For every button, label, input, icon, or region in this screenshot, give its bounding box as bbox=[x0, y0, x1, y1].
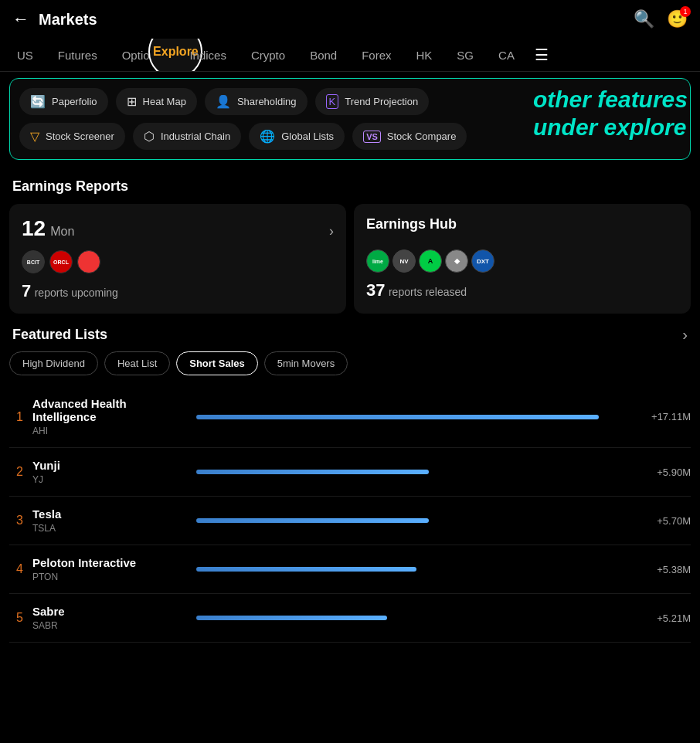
stock-name: Advanced Health Intelligence bbox=[32, 397, 187, 423]
stock-ticker: PTON bbox=[32, 572, 187, 582]
featured-section: Featured Lists › High Dividend Heat List… bbox=[0, 314, 700, 643]
earnings-date-num: 12 bbox=[22, 216, 46, 241]
stock-name: Sabre bbox=[32, 605, 187, 618]
stock-rank: 3 bbox=[9, 514, 23, 528]
tab-us[interactable]: US bbox=[6, 41, 44, 70]
explore-item-label-screener: Stock Screener bbox=[46, 131, 114, 142]
stock-info: Advanced Health Intelligence AHI bbox=[32, 397, 187, 436]
avatar-2: ORCL bbox=[49, 250, 73, 273]
tab-crypto[interactable]: Crypto bbox=[240, 41, 296, 70]
stock-rank: 4 bbox=[9, 562, 23, 576]
tab-ca[interactable]: CA bbox=[488, 41, 525, 70]
explore-panel: 🔄 Paperfolio ⊞ Heat Map 👤 Shareholding K… bbox=[9, 78, 691, 160]
stock-item-2[interactable]: 2 Yunji YJ +5.90M bbox=[9, 448, 691, 497]
explore-item-label-trend: Trend Projection bbox=[345, 96, 418, 107]
stock-value: +5.90M bbox=[637, 466, 691, 478]
stock-item-1[interactable]: 1 Advanced Health Intelligence AHI +17.1… bbox=[9, 386, 691, 448]
earnings-cards: 12 Mon › BCIT ORCL 7 reports upcoming Ea… bbox=[0, 204, 700, 314]
stock-name: Tesla bbox=[32, 507, 187, 521]
hub-avatar-1: lime bbox=[366, 249, 389, 273]
hamburger-icon[interactable]: ☰ bbox=[535, 46, 549, 64]
earnings-date: 12 Mon › bbox=[22, 216, 334, 241]
notification-icon[interactable]: 🙂 1 bbox=[667, 9, 688, 29]
explore-item-trend[interactable]: K Trend Projection bbox=[315, 88, 430, 115]
header: ← Markets 🔍 🙂 1 bbox=[0, 0, 700, 39]
earnings-card-arrow[interactable]: › bbox=[329, 223, 334, 239]
earnings-title: Earnings Reports bbox=[0, 166, 700, 204]
explore-item-shareholding[interactable]: 👤 Shareholding bbox=[205, 88, 308, 115]
stock-value: +5.38M bbox=[637, 564, 691, 575]
hub-avatar-5: DXT bbox=[471, 249, 494, 273]
shareholding-icon: 👤 bbox=[216, 94, 231, 109]
stock-bar-container bbox=[196, 567, 620, 572]
explore-item-paperfolio[interactable]: 🔄 Paperfolio bbox=[19, 88, 108, 115]
hub-count-row: 37 reports released bbox=[366, 280, 678, 300]
stock-bar bbox=[196, 470, 429, 474]
stock-ticker: YJ bbox=[32, 474, 187, 485]
explore-item-label-shareholding: Shareholding bbox=[237, 96, 297, 107]
earnings-card-hub[interactable]: Earnings Hub other features under explor… bbox=[354, 204, 691, 314]
page-title: Markets bbox=[39, 11, 97, 29]
compare-icon: VS bbox=[363, 131, 381, 143]
explore-item-heatmap[interactable]: ⊞ Heat Map bbox=[116, 88, 197, 115]
explore-item-label-paperfolio: Paperfolio bbox=[52, 96, 97, 107]
avatar-3 bbox=[77, 250, 100, 273]
upcoming-label: reports upcoming bbox=[35, 287, 118, 299]
filter-tabs: High Dividend Heat List Short Sales 5min… bbox=[0, 351, 700, 386]
header-left: ← Markets bbox=[12, 9, 97, 29]
stock-bar-container bbox=[196, 470, 620, 474]
filter-5min-movers[interactable]: 5min Movers bbox=[264, 351, 348, 375]
header-right: 🔍 🙂 1 bbox=[634, 9, 688, 29]
tab-indices[interactable]: Indices bbox=[178, 41, 237, 70]
stock-info: Peloton Interactive PTON bbox=[32, 556, 187, 582]
stock-value: +5.70M bbox=[637, 515, 691, 527]
trend-icon: K bbox=[326, 94, 339, 109]
hub-avatars: lime NV A ◆ DXT bbox=[366, 249, 678, 273]
hub-title: Earnings Hub bbox=[366, 216, 457, 232]
explore-item-global[interactable]: 🌐 Global Lists bbox=[249, 123, 345, 150]
stock-rank: 1 bbox=[9, 410, 23, 424]
hub-avatar-3: A bbox=[419, 249, 442, 273]
earnings-section: Earnings Reports 12 Mon › BCIT ORCL 7 re… bbox=[0, 166, 700, 314]
stock-bar bbox=[196, 567, 416, 572]
tab-forex[interactable]: Forex bbox=[351, 41, 402, 70]
stock-rank: 5 bbox=[9, 611, 23, 625]
featured-header: Featured Lists › bbox=[0, 314, 700, 351]
explore-item-chain[interactable]: ⬡ Industrial Chain bbox=[133, 123, 241, 150]
stock-bar-container bbox=[196, 415, 620, 419]
stock-name: Peloton Interactive bbox=[32, 556, 187, 569]
explore-item-compare[interactable]: VS Stock Compare bbox=[352, 123, 467, 150]
hub-avatar-2: NV bbox=[392, 249, 416, 273]
stock-bar bbox=[196, 518, 429, 523]
back-button[interactable]: ← bbox=[12, 9, 29, 29]
stock-value: +17.11M bbox=[637, 411, 691, 422]
stock-item-4[interactable]: 4 Peloton Interactive PTON +5.38M bbox=[9, 545, 691, 594]
earnings-card-upcoming[interactable]: 12 Mon › BCIT ORCL 7 reports upcoming bbox=[9, 204, 346, 314]
explore-row-1: 🔄 Paperfolio ⊞ Heat Map 👤 Shareholding K… bbox=[19, 88, 467, 115]
explore-panel-rows: 🔄 Paperfolio ⊞ Heat Map 👤 Shareholding K… bbox=[19, 88, 467, 150]
filter-heat-list[interactable]: Heat List bbox=[104, 351, 170, 375]
earnings-count: 7 reports upcoming bbox=[22, 281, 334, 301]
explore-item-screener[interactable]: ▽ Stock Screener bbox=[19, 123, 125, 150]
explore-row-2: ▽ Stock Screener ⬡ Industrial Chain 🌐 Gl… bbox=[19, 123, 467, 150]
filter-short-sales[interactable]: Short Sales bbox=[176, 351, 258, 375]
stock-item-5[interactable]: 5 Sabre SABR +5.21M bbox=[9, 594, 691, 643]
explore-item-label-global: Global Lists bbox=[281, 131, 334, 142]
stock-item-3[interactable]: 3 Tesla TSLA +5.70M bbox=[9, 497, 691, 545]
global-icon: 🌐 bbox=[260, 129, 275, 144]
tab-bond[interactable]: Bond bbox=[299, 41, 348, 70]
explore-item-label-chain: Industrial Chain bbox=[161, 131, 230, 142]
nav-tabs: US Futures Options Explore Indices Crypt… bbox=[0, 39, 700, 72]
tab-hk[interactable]: HK bbox=[406, 41, 443, 70]
stock-list: 1 Advanced Health Intelligence AHI +17.1… bbox=[0, 386, 700, 643]
explore-item-label-compare: Stock Compare bbox=[387, 131, 457, 142]
search-icon[interactable]: 🔍 bbox=[634, 9, 654, 29]
stock-bar-container bbox=[196, 616, 620, 620]
featured-arrow-icon[interactable]: › bbox=[682, 326, 688, 344]
stock-bar bbox=[196, 415, 599, 419]
notification-badge: 1 bbox=[680, 6, 691, 17]
filter-high-dividend[interactable]: High Dividend bbox=[9, 351, 98, 375]
tab-sg[interactable]: SG bbox=[446, 41, 484, 70]
stock-bar bbox=[196, 616, 387, 620]
tab-futures[interactable]: Futures bbox=[47, 41, 108, 70]
